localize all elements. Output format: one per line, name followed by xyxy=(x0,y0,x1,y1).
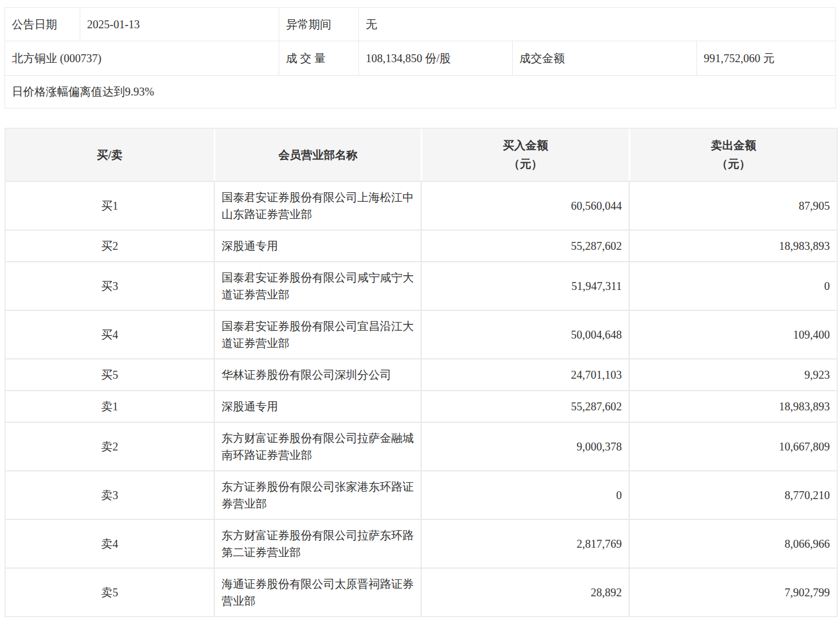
side-cell: 买5 xyxy=(6,358,214,390)
header-row: 买/卖 会员营业部名称 买入金额 （元） 卖出金额 （元） xyxy=(6,129,837,181)
branch-cell: 深股通专用 xyxy=(214,229,421,261)
sell-amount-cell: 7,902,799 xyxy=(629,567,837,616)
table-row: 卖2 东方财富证券股份有限公司拉萨金融城南环路证券营业部 9,000,378 1… xyxy=(6,422,837,470)
buy-amount-cell: 55,287,602 xyxy=(421,390,629,422)
header-side: 买/卖 xyxy=(6,129,214,181)
branch-cell: 华林证券股份有限公司深圳分公司 xyxy=(214,358,421,390)
sell-amount-cell: 87,905 xyxy=(629,181,837,229)
abnormal-period-label: 异常期间 xyxy=(279,8,359,41)
branch-cell: 海通证券股份有限公司太原晋祠路证券营业部 xyxy=(214,567,421,616)
sell-amount-cell: 8,770,210 xyxy=(629,470,837,519)
side-cell: 卖5 xyxy=(6,567,214,616)
announcement-date-label: 公告日期 xyxy=(5,8,80,41)
buy-amount-cell: 24,701,103 xyxy=(421,358,629,390)
table-row: 买1 国泰君安证券股份有限公司上海松江中山东路证券营业部 60,560,044 … xyxy=(6,181,837,229)
sell-amount-cell: 0 xyxy=(629,261,837,310)
side-cell: 卖1 xyxy=(6,390,214,422)
abnormal-period-value: 无 xyxy=(359,8,836,41)
header-branch: 会员营业部名称 xyxy=(214,129,421,181)
side-cell: 卖3 xyxy=(6,470,214,519)
sell-amount-cell: 18,983,893 xyxy=(629,229,837,261)
header-sell-amount: 卖出金额 （元） xyxy=(629,129,837,181)
table-row: 买5 华林证券股份有限公司深圳分公司 24,701,103 9,923 xyxy=(6,358,837,390)
buy-amount-cell: 60,560,044 xyxy=(421,181,629,229)
table-row: 买2 深股通专用 55,287,602 18,983,893 xyxy=(6,229,837,261)
volume-value: 108,134,850 份/股 xyxy=(359,41,513,76)
branch-cell: 东方财富证券股份有限公司拉萨金融城南环路证券营业部 xyxy=(214,422,421,470)
side-cell: 买2 xyxy=(6,229,214,261)
side-cell: 买3 xyxy=(6,261,214,310)
table-row: 卖3 东方证券股份有限公司张家港东环路证券营业部 0 8,770,210 xyxy=(6,470,837,519)
branch-cell: 东方证券股份有限公司张家港东环路证券营业部 xyxy=(214,470,421,519)
buy-amount-cell: 28,892 xyxy=(421,567,629,616)
table-row: 卖1 深股通专用 55,287,602 18,983,893 xyxy=(6,390,837,422)
sell-amount-cell: 109,400 xyxy=(629,310,837,358)
buy-amount-cell: 9,000,378 xyxy=(421,422,629,470)
header-buy-amount: 买入金额 （元） xyxy=(421,129,629,181)
sell-amount-cell: 18,983,893 xyxy=(629,390,837,422)
info-table: 公告日期 2025-01-13 异常期间 无 北方铜业 (000737) 成 交… xyxy=(5,7,836,109)
side-cell: 买4 xyxy=(6,310,214,358)
side-cell: 买1 xyxy=(6,181,214,229)
spacer xyxy=(5,109,835,128)
sell-amount-cell: 8,066,966 xyxy=(629,519,837,567)
branch-cell: 东方财富证券股份有限公司拉萨东环路第二证券营业部 xyxy=(214,519,421,567)
sell-amount-cell: 10,667,809 xyxy=(629,422,837,470)
announcement-date-value: 2025-01-13 xyxy=(80,8,279,41)
branch-cell: 国泰君安证券股份有限公司咸宁咸宁大道证券营业部 xyxy=(214,261,421,310)
table-row: 卖4 东方财富证券股份有限公司拉萨东环路第二证券营业部 2,817,769 8,… xyxy=(6,519,837,567)
table-row: 卖5 海通证券股份有限公司太原晋祠路证券营业部 28,892 7,902,799 xyxy=(6,567,837,616)
buy-amount-cell: 55,287,602 xyxy=(421,229,629,261)
buy-amount-cell: 50,004,648 xyxy=(421,310,629,358)
stock-name: 北方铜业 (000737) xyxy=(5,41,279,76)
branch-cell: 国泰君安证券股份有限公司宜昌沿江大道证券营业部 xyxy=(214,310,421,358)
table-row: 买4 国泰君安证券股份有限公司宜昌沿江大道证券营业部 50,004,648 10… xyxy=(6,310,837,358)
table-row: 买3 国泰君安证券股份有限公司咸宁咸宁大道证券营业部 51,947,311 0 xyxy=(6,261,837,310)
side-cell: 卖2 xyxy=(6,422,214,470)
page: 公告日期 2025-01-13 异常期间 无 北方铜业 (000737) 成 交… xyxy=(0,0,840,623)
branch-cell: 深股通专用 xyxy=(214,390,421,422)
buy-amount-cell: 0 xyxy=(421,470,629,519)
rank-table: 买/卖 会员营业部名称 买入金额 （元） 卖出金额 （元） 买1 国泰君安证券股… xyxy=(5,128,838,617)
turnover-label: 成交金额 xyxy=(513,41,697,76)
buy-amount-cell: 2,817,769 xyxy=(421,519,629,567)
buy-amount-cell: 51,947,311 xyxy=(421,261,629,310)
price-deviation-note: 日价格涨幅偏离值达到9.93% xyxy=(5,76,836,109)
turnover-value: 991,752,060 元 xyxy=(697,41,836,76)
volume-label: 成 交 量 xyxy=(279,41,359,76)
side-cell: 卖4 xyxy=(6,519,214,567)
sell-amount-cell: 9,923 xyxy=(629,358,837,390)
branch-cell: 国泰君安证券股份有限公司上海松江中山东路证券营业部 xyxy=(214,181,421,229)
